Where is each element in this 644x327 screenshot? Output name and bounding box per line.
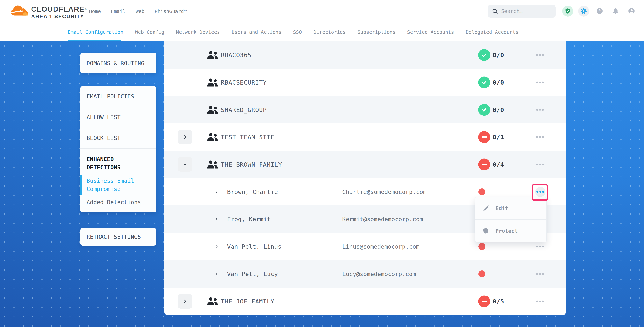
- menu-item-edit[interactable]: Edit: [475, 197, 546, 220]
- tab-service-accounts[interactable]: Service Accounts: [407, 29, 454, 35]
- sidebar-item-allow-list[interactable]: ALLOW LIST: [80, 107, 156, 128]
- settings-sidebar: DOMAINS & ROUTING EMAIL POLICIESALLOW LI…: [80, 53, 156, 246]
- tab-delegated-accounts[interactable]: Delegated Accounts: [466, 29, 518, 35]
- sidebar-card-policies: EMAIL POLICIESALLOW LISTBLOCK LISTENHANC…: [80, 86, 156, 213]
- ellipsis-dot: [536, 109, 538, 111]
- tab-subscriptions[interactable]: Subscriptions: [358, 29, 396, 35]
- table-rows: RBACO3650/0RBACSECURITY0/0SHARED_GROUP0/…: [164, 41, 566, 315]
- chevron-right-icon: [214, 245, 218, 249]
- expander-collapse-button[interactable]: [178, 157, 192, 172]
- top-navigation: HomeEmailWebPhishGuard™: [89, 0, 187, 22]
- expander-expand-button[interactable]: [178, 294, 192, 309]
- row-actions-button[interactable]: [534, 136, 546, 138]
- chevron-right-icon: [182, 135, 188, 140]
- row-actions-button[interactable]: [534, 109, 546, 111]
- group-people-icon: [207, 297, 218, 306]
- chevron-right-icon: [214, 217, 218, 221]
- row-actions-button[interactable]: [534, 54, 546, 56]
- settings-gear-icon[interactable]: [578, 6, 589, 16]
- search-input[interactable]: [501, 8, 552, 14]
- top-nav-email[interactable]: Email: [111, 8, 126, 14]
- chevron-right-icon[interactable]: [214, 272, 218, 276]
- tab-directories[interactable]: Directories: [314, 29, 346, 35]
- sidebar-item-retract-settings[interactable]: RETRACT SETTINGS: [80, 228, 156, 246]
- table-row-member: Van Pelt, LucyLucy@somedemocorp.com: [164, 260, 566, 288]
- ellipsis-dot: [539, 273, 541, 275]
- sidebar-item-domains-routing[interactable]: DOMAINS & ROUTING: [80, 53, 156, 73]
- chevron-right-icon: [214, 272, 218, 276]
- tab-sso[interactable]: SSO: [293, 29, 302, 35]
- chevron-down-icon: [182, 162, 188, 167]
- ellipsis-dot: [536, 164, 538, 165]
- row-actions-button[interactable]: [534, 164, 546, 165]
- ellipsis-dot: [542, 273, 544, 275]
- sidebar-item-added-detections[interactable]: Added Detections: [80, 197, 156, 213]
- ellipsis-dot: [542, 191, 544, 193]
- chevron-right-icon: [182, 299, 188, 304]
- app-header: CLOUDFLARE® AREA 1 SECURITY HomeEmailWeb…: [0, 0, 644, 23]
- header-action-icons: ?: [562, 6, 637, 16]
- config-tabbar: Email ConfigurationWeb ConfigNetwork Dev…: [0, 23, 644, 41]
- menu-item-protect-label: Protect: [496, 228, 518, 234]
- ellipsis-dot: [539, 82, 541, 83]
- protected-count: 0/0: [493, 51, 504, 58]
- row-actions-button[interactable]: [534, 246, 546, 248]
- group-people-icon: [207, 133, 218, 142]
- menu-item-protect[interactable]: Protect: [475, 220, 546, 242]
- group-people-icon: [207, 105, 218, 114]
- sidebar-item-business-email-compromise[interactable]: Business Email Compromise: [80, 175, 156, 197]
- brand-name: CLOUDFLARE®: [31, 6, 87, 13]
- top-nav-home[interactable]: Home: [89, 8, 101, 14]
- row-actions-button[interactable]: [534, 82, 546, 83]
- expander-expand-button[interactable]: [178, 130, 192, 144]
- chevron-right-icon[interactable]: [214, 245, 218, 249]
- protected-count: 0/4: [493, 161, 504, 168]
- row-actions-button-active[interactable]: [535, 187, 545, 197]
- pencil-icon: [482, 205, 489, 212]
- minus-icon: [482, 301, 487, 302]
- group-name: RBACO365: [221, 51, 251, 58]
- tab-web-config[interactable]: Web Config: [135, 29, 164, 35]
- search-box[interactable]: [488, 5, 556, 18]
- tab-users-and-actions[interactable]: Users and Actions: [232, 29, 281, 35]
- tab-email-configuration[interactable]: Email Configuration: [68, 29, 123, 35]
- status-unprotected-dot: [478, 271, 486, 278]
- status-ok-icon: [478, 77, 490, 88]
- ellipsis-dot: [539, 191, 541, 193]
- people-icon: [207, 133, 218, 141]
- check-icon: [481, 106, 488, 113]
- group-name: SHARED_GROUP: [221, 106, 267, 113]
- notifications-bell-icon[interactable]: [610, 6, 621, 16]
- tab-network-devices[interactable]: Network Devices: [176, 29, 220, 35]
- table-row-group: RBACSECURITY0/0: [164, 69, 566, 96]
- member-name: Van Pelt, Lucy: [227, 271, 278, 278]
- ellipsis-dot: [542, 82, 544, 83]
- status-blocked-icon: [478, 131, 490, 143]
- sidebar-card-domains: DOMAINS & ROUTING: [80, 53, 156, 73]
- row-actions-button[interactable]: [534, 273, 546, 275]
- row-actions-button[interactable]: [534, 300, 546, 302]
- chevron-right-icon: [214, 190, 218, 194]
- account-icon[interactable]: [626, 6, 637, 16]
- people-icon: [207, 50, 218, 59]
- cloudflare-logo[interactable]: CLOUDFLARE® AREA 1 SECURITY: [10, 3, 87, 20]
- top-nav-web[interactable]: Web: [136, 8, 144, 14]
- chevron-right-icon[interactable]: [214, 190, 218, 194]
- people-icon: [207, 105, 218, 114]
- shield-check-icon[interactable]: [562, 6, 573, 16]
- group-name: THE BROWN FAMILY: [221, 161, 282, 168]
- protected-count: 0/5: [493, 298, 504, 305]
- ellipsis-dot: [539, 136, 541, 138]
- top-nav-phishguard[interactable]: PhishGuard™: [155, 8, 187, 14]
- member-email: Lucy@somedemocorp.com: [342, 271, 416, 277]
- chevron-right-icon[interactable]: [214, 217, 218, 221]
- check-icon: [481, 52, 488, 58]
- ellipsis-dot: [536, 300, 538, 302]
- help-icon[interactable]: ?: [594, 6, 605, 16]
- people-icon: [207, 78, 218, 87]
- sidebar-item-email-policies[interactable]: EMAIL POLICIES: [80, 86, 156, 107]
- sidebar-item-block-list[interactable]: BLOCK LIST: [80, 128, 156, 149]
- ellipsis-dot: [536, 82, 538, 83]
- group-name: TEST TEAM SITE: [221, 134, 274, 141]
- check-icon: [481, 79, 488, 86]
